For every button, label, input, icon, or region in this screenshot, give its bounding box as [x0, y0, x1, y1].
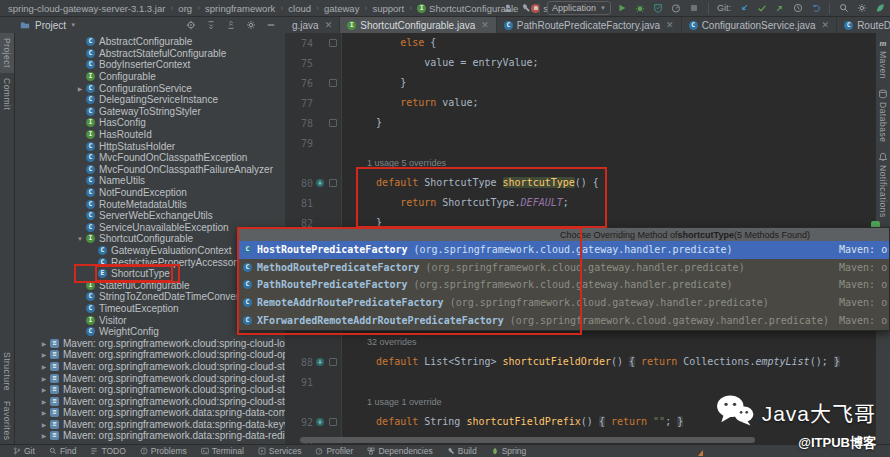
- overridden-marker-icon[interactable]: [313, 178, 327, 188]
- tree-item[interactable]: ▶CConfigurationService: [14, 82, 285, 94]
- tree-item[interactable]: CDelegatingServiceInstance: [14, 94, 285, 106]
- usage-inlay-hint[interactable]: 1 usage 1 override: [367, 392, 442, 412]
- tool-button-structure[interactable]: Structure: [2, 347, 12, 396]
- code-line[interactable]: 81 return ShortcutType.DEFAULT;: [285, 193, 876, 213]
- chevron-collapsed-icon[interactable]: ▶: [38, 409, 50, 416]
- project-tool-title[interactable]: Project: [35, 20, 66, 31]
- status-item-spring[interactable]: Spring: [484, 445, 534, 457]
- breadcrumb-item[interactable]: gateway: [324, 3, 359, 14]
- breadcrumb-item[interactable]: support: [372, 3, 404, 14]
- git-commit-button[interactable]: [755, 2, 768, 15]
- code-line[interactable]: 74 else {: [285, 33, 876, 53]
- chevron-down-icon[interactable]: ▼: [70, 22, 76, 28]
- overridden-marker-icon[interactable]: [313, 357, 327, 367]
- tree-item[interactable]: CMvcFoundOnClasspathException: [14, 152, 285, 164]
- tool-button-commit[interactable]: Commit: [2, 73, 12, 115]
- code-line[interactable]: 75 value = entryValue;: [285, 53, 876, 73]
- chevron-collapsed-icon[interactable]: ▶: [38, 375, 50, 382]
- tree-item[interactable]: CHttpStatusHolder: [14, 140, 285, 152]
- fold-marker[interactable]: [327, 358, 339, 366]
- stop-button[interactable]: [688, 2, 701, 15]
- status-item-build[interactable]: Build: [440, 445, 484, 457]
- search-button[interactable]: [837, 2, 850, 15]
- tree-item[interactable]: IConfigurable: [14, 71, 285, 83]
- run-button[interactable]: [616, 2, 629, 15]
- tree-item[interactable]: ▶≡Maven: org.springframework.cloud:sprin…: [14, 395, 285, 407]
- editor-tab[interactable]: CRouteDefinitionRouteLocator.java✕: [837, 17, 890, 33]
- breadcrumb-item[interactable]: springframework: [205, 3, 275, 14]
- git-update-button[interactable]: [737, 2, 750, 15]
- tree-item[interactable]: CAbstractStatefulConfigurable: [14, 48, 285, 60]
- hammer-icon[interactable]: [519, 2, 532, 15]
- fold-marker[interactable]: [327, 418, 339, 426]
- popup-method-row[interactable]: CXForwardedRemoteAddrRoutePredicateFacto…: [238, 311, 889, 329]
- status-item-terminal[interactable]: Terminal: [194, 445, 251, 457]
- code-line[interactable]: 76 }: [285, 73, 876, 93]
- run-configuration-select[interactable]: Application▼: [547, 1, 611, 15]
- code-line[interactable]: 80 default ShortcutType shortcutType() {: [285, 173, 876, 193]
- tree-item[interactable]: ▶≡Maven: org.springframework.cloud:sprin…: [14, 384, 285, 396]
- tree-item[interactable]: IHasConfig: [14, 117, 285, 129]
- chevron-collapsed-icon[interactable]: ▶: [38, 340, 50, 347]
- fold-marker[interactable]: [327, 79, 339, 87]
- status-item-git[interactable]: Git: [6, 445, 42, 457]
- tool-button-notifications[interactable]: Notifications: [878, 147, 888, 223]
- usage-inlay-hint[interactable]: 32 overrides: [367, 332, 417, 352]
- tree-item[interactable]: CAbstractConfigurable: [14, 36, 285, 48]
- tree-item[interactable]: ▶≡Maven: org.springframework.data:spring…: [14, 430, 285, 442]
- popup-method-row[interactable]: CMethodRoutePredicateFactory(org.springf…: [238, 259, 889, 277]
- breadcrumb-item[interactable]: cloud: [288, 3, 311, 14]
- horizontal-scrollbar[interactable]: [300, 437, 755, 443]
- code-line[interactable]: 79: [285, 133, 876, 153]
- tree-item[interactable]: ▶≡Maven: org.springframework.data:spring…: [14, 419, 285, 431]
- fold-marker[interactable]: [327, 39, 339, 47]
- tree-item[interactable]: CNameUtils: [14, 175, 285, 187]
- tree-item[interactable]: ▶≡Maven: org.springframework.data:spring…: [14, 407, 285, 419]
- code-line[interactable]: 91: [285, 372, 876, 392]
- tree-item[interactable]: CRouteMetadataUtils: [14, 198, 285, 210]
- tool-button-database[interactable]: Database: [878, 84, 888, 147]
- git-history-button[interactable]: [791, 2, 804, 15]
- project-header-hide-button[interactable]: [264, 19, 277, 32]
- editor-tab[interactable]: IShortcutConfigurable.java✕: [340, 17, 497, 33]
- project-header-locate-button[interactable]: [184, 19, 197, 32]
- code-line[interactable]: 88 default List<String> shortcutFieldOrd…: [285, 352, 876, 372]
- tree-item[interactable]: CServerWebExchangeUtils: [14, 210, 285, 222]
- breadcrumb-item[interactable]: spring-cloud-gateway-server-3.1.3.jar: [8, 3, 165, 14]
- coverage-button[interactable]: [652, 2, 665, 15]
- tool-button-project[interactable]: Project: [0, 33, 14, 73]
- tool-button-maven[interactable]: mMaven: [878, 33, 888, 84]
- close-icon[interactable]: ✕: [481, 20, 489, 30]
- status-item-todo[interactable]: TODO: [83, 445, 132, 457]
- project-header-expand-all-button[interactable]: [204, 19, 217, 32]
- status-item-dependencies[interactable]: Dependencies: [360, 445, 439, 457]
- project-header-collapse-all-button[interactable]: [224, 19, 237, 32]
- chevron-collapsed-icon[interactable]: ▶: [38, 421, 50, 428]
- editor-tab[interactable]: CPathRoutePredicateFactory.java✕: [497, 17, 682, 33]
- status-item-problems[interactable]: Problems: [133, 445, 194, 457]
- close-icon[interactable]: ✕: [325, 20, 333, 30]
- usage-inlay-hint[interactable]: 1 usage 5 overrides: [367, 153, 446, 173]
- popup-method-row[interactable]: CHostRoutePredicateFactory(org.springfra…: [238, 241, 889, 259]
- code-line[interactable]: 78 }: [285, 113, 876, 133]
- tree-item[interactable]: CBodyInserterContext: [14, 59, 285, 71]
- tree-item[interactable]: ▶≡Maven: org.springframework.cloud:sprin…: [14, 361, 285, 373]
- editor-tab[interactable]: CConfigurationService.java✕: [682, 17, 838, 33]
- project-header-settings-button[interactable]: [244, 19, 257, 32]
- chevron-collapsed-icon[interactable]: ▶: [38, 432, 50, 439]
- code-line[interactable]: 77 return value;: [285, 93, 876, 113]
- tree-item[interactable]: IHasRouteId: [14, 129, 285, 141]
- overridden-marker-icon[interactable]: [313, 417, 327, 427]
- chevron-collapsed-icon[interactable]: ▶: [38, 351, 50, 358]
- tool-button-favorites[interactable]: Favorites: [2, 396, 12, 445]
- chevron-collapsed-icon[interactable]: ▶: [38, 398, 50, 405]
- status-item-profiler[interactable]: Profiler: [308, 445, 360, 457]
- code-line[interactable]: 1 usage 5 overrides: [285, 153, 876, 173]
- tree-item[interactable]: CNotFoundException: [14, 187, 285, 199]
- status-item-find[interactable]: Find: [42, 445, 84, 457]
- chevron-collapsed-icon[interactable]: ▶: [38, 386, 50, 393]
- tree-item[interactable]: CGatewayToStringStyler: [14, 106, 285, 118]
- code-line[interactable]: 32 overrides: [285, 332, 876, 352]
- tree-item[interactable]: CMvcFoundOnClasspathFailureAnalyzer: [14, 164, 285, 176]
- settings-button[interactable]: [855, 2, 868, 15]
